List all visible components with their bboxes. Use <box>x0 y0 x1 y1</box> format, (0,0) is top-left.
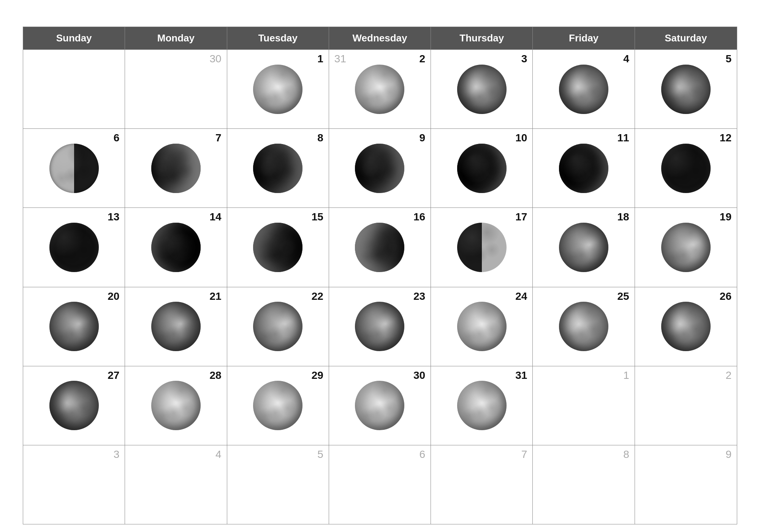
calendar-cell-r3-c0: 20 <box>23 287 125 366</box>
calendar-cell-r4-c0: 27 <box>23 366 125 445</box>
date-number: 23 <box>413 290 425 302</box>
day-header-monday: Monday <box>125 27 227 49</box>
date-number: 5 <box>725 53 732 65</box>
calendar-cell-r4-c2: 29 <box>227 366 329 445</box>
moon-phase-waxing-crescent-2 <box>253 223 302 272</box>
calendar-cell-r2-c0: 13 <box>23 208 125 287</box>
calendar-cell-r5-c1: 4 <box>125 445 227 524</box>
date-number: 30 <box>209 53 221 65</box>
calendar-cell-r3-c3: 23 <box>329 287 431 366</box>
calendar-cell-r3-c5: 25 <box>533 287 635 366</box>
date-number: 26 <box>720 290 732 302</box>
date-number: 16 <box>413 211 425 223</box>
moon-phase-waning-crescent-3 <box>457 144 507 193</box>
moon-phase-waxing-gibbous-2 <box>253 302 302 351</box>
calendar-cell-r1-c5: 11 <box>533 129 635 207</box>
date-number: 20 <box>108 290 119 302</box>
moon-phase-new <box>661 144 711 193</box>
calendar-page: SundayMondayTuesdayWednesdayThursdayFrid… <box>0 0 760 532</box>
date-number: 8 <box>317 132 323 144</box>
moon-phase-waning-gibbous-2 <box>661 302 711 351</box>
date-number: 2 <box>725 369 732 382</box>
calendar-cell-r4-c3: 30 <box>329 366 431 445</box>
calendar-cell-r5-c6: 9 <box>635 445 737 524</box>
calendar-cell-r0-c2: 1 <box>227 50 329 128</box>
day-headers-row: SundayMondayTuesdayWednesdayThursdayFrid… <box>23 27 737 49</box>
date-number: 2 <box>420 53 426 65</box>
moon-phase-waxing-gibbous-1 <box>559 223 608 272</box>
calendar-cell-r4-c5: 1 <box>533 366 635 445</box>
moon-phase-full <box>253 65 302 114</box>
date-number: 15 <box>312 211 323 223</box>
date-number: 22 <box>312 290 323 302</box>
calendar-row-1: 6789101112 <box>23 128 737 207</box>
calendar-cell-r2-c4: 17 <box>431 208 533 287</box>
date-number: 24 <box>515 290 527 302</box>
date-number: 4 <box>623 53 629 65</box>
moon-phase-new <box>49 223 99 272</box>
moon-phase-waning-gibbous-3 <box>661 65 711 114</box>
calendar-cell-r1-c2: 8 <box>227 129 329 207</box>
date-number: 29 <box>312 369 323 382</box>
moon-phase-waning-crescent-3 <box>559 144 608 193</box>
date-number-extra: 31 <box>334 53 346 65</box>
calendar-cell-r3-c2: 22 <box>227 287 329 366</box>
moon-phase-full <box>457 381 507 430</box>
calendar-cell-r0-c4: 3 <box>431 50 533 128</box>
calendar-cell-r5-c2: 5 <box>227 445 329 524</box>
calendar-row-0: 301312345 <box>23 49 737 128</box>
calendar-cell-r0-c1: 30 <box>125 50 227 128</box>
calendar-cell-r4-c6: 2 <box>635 366 737 445</box>
calendar-cell-r5-c0: 3 <box>23 445 125 524</box>
date-number: 7 <box>215 132 222 144</box>
calendar-row-2: 13141516171819 <box>23 207 737 287</box>
day-header-thursday: Thursday <box>431 27 533 49</box>
moon-phase-full <box>253 381 302 430</box>
calendar-cell-r1-c0: 6 <box>23 129 125 207</box>
moon-phase-first-quarter <box>457 223 507 272</box>
calendar-cell-r4-c1: 28 <box>125 366 227 445</box>
date-number: 1 <box>317 53 323 65</box>
calendar-row-3: 20212223242526 <box>23 287 737 366</box>
moon-phase-full <box>355 65 404 114</box>
moon-phase-waxing-gibbous-2 <box>661 223 711 272</box>
calendar-body: 3013123456789101112131415161718192021222… <box>23 49 737 524</box>
calendar-cell-r0-c3: 312 <box>329 50 431 128</box>
date-number: 21 <box>209 290 221 302</box>
date-number: 4 <box>215 448 222 461</box>
date-number: 3 <box>114 448 120 461</box>
date-number: 9 <box>725 448 732 461</box>
moon-phase-waning-gibbous-2 <box>457 65 507 114</box>
calendar-cell-r2-c1: 14 <box>125 208 227 287</box>
calendar-cell-r2-c2: 15 <box>227 208 329 287</box>
calendar-cell-r5-c3: 6 <box>329 445 431 524</box>
date-number: 12 <box>720 132 732 144</box>
date-number: 6 <box>420 448 426 461</box>
moon-phase-waxing-gibbous-1 <box>355 302 404 351</box>
moon-phase-waning-crescent-2 <box>253 144 302 193</box>
calendar-cell-r1-c6: 12 <box>635 129 737 207</box>
day-header-saturday: Saturday <box>635 27 737 49</box>
date-number: 27 <box>108 369 119 382</box>
date-number: 25 <box>618 290 629 302</box>
calendar-cell-r1-c4: 10 <box>431 129 533 207</box>
moon-phase-waning-gibbous-3 <box>49 381 99 430</box>
date-number: 31 <box>515 369 527 382</box>
calendar-row-5: 3456789 <box>23 445 737 524</box>
date-number: 3 <box>521 53 527 65</box>
day-header-sunday: Sunday <box>23 27 125 49</box>
moon-phase-full <box>457 302 507 351</box>
calendar-cell-r1-c1: 7 <box>125 129 227 207</box>
date-number: 9 <box>420 132 426 144</box>
date-number: 10 <box>515 132 527 144</box>
date-number: 7 <box>521 448 527 461</box>
calendar-cell-r0-c6: 5 <box>635 50 737 128</box>
moon-phase-waning-gibbous-1 <box>559 302 608 351</box>
calendar-cell-r3-c6: 26 <box>635 287 737 366</box>
moon-phase-third-quarter <box>49 144 99 193</box>
moon-phase-waxing-crescent-1 <box>151 223 201 272</box>
calendar-cell-r2-c3: 16 <box>329 208 431 287</box>
date-number: 28 <box>209 369 221 382</box>
moon-phase-waxing-gibbous-3 <box>151 302 201 351</box>
day-header-tuesday: Tuesday <box>227 27 329 49</box>
